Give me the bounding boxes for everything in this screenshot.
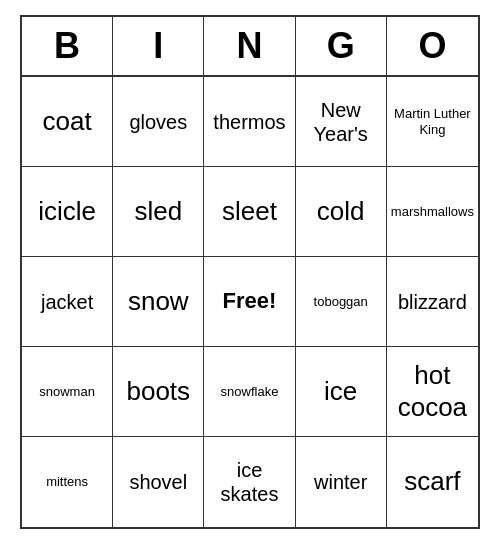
cell-r4-c0: mittens [22, 437, 113, 527]
cell-text: New Year's [300, 98, 382, 146]
cell-text: toboggan [314, 294, 368, 310]
cell-text: icicle [38, 196, 96, 227]
cell-r0-c2: thermos [204, 77, 295, 167]
header-letter: I [113, 17, 204, 75]
cell-r1-c3: cold [296, 167, 387, 257]
cell-r0-c4: Martin Luther King [387, 77, 478, 167]
cell-r0-c3: New Year's [296, 77, 387, 167]
cell-r1-c0: icicle [22, 167, 113, 257]
cell-r3-c4: hot cocoa [387, 347, 478, 437]
cell-r3-c3: ice [296, 347, 387, 437]
bingo-header: BINGO [22, 17, 478, 77]
cell-text: ice [324, 376, 357, 407]
header-letter: O [387, 17, 478, 75]
cell-text: snowflake [221, 384, 279, 400]
cell-r2-c1: snow [113, 257, 204, 347]
cell-text: sleet [222, 196, 277, 227]
cell-text: mittens [46, 474, 88, 490]
cell-text: ice skates [208, 458, 290, 506]
cell-text: winter [314, 470, 367, 494]
cell-r2-c0: jacket [22, 257, 113, 347]
cell-r2-c2: Free! [204, 257, 295, 347]
bingo-grid: coatglovesthermosNew Year'sMartin Luther… [22, 77, 478, 527]
cell-text: snowman [39, 384, 95, 400]
cell-text: scarf [404, 466, 460, 497]
cell-r0-c0: coat [22, 77, 113, 167]
cell-text: gloves [129, 110, 187, 134]
cell-r1-c2: sleet [204, 167, 295, 257]
cell-text: Martin Luther King [391, 106, 474, 137]
cell-r1-c1: sled [113, 167, 204, 257]
cell-r3-c0: snowman [22, 347, 113, 437]
cell-text: coat [43, 106, 92, 137]
cell-text: marshmallows [391, 204, 474, 220]
header-letter: N [204, 17, 295, 75]
cell-r2-c3: toboggan [296, 257, 387, 347]
cell-r3-c2: snowflake [204, 347, 295, 437]
cell-r3-c1: boots [113, 347, 204, 437]
cell-r4-c4: scarf [387, 437, 478, 527]
cell-text: jacket [41, 290, 93, 314]
cell-r1-c4: marshmallows [387, 167, 478, 257]
header-letter: G [296, 17, 387, 75]
cell-text: shovel [129, 470, 187, 494]
cell-r4-c2: ice skates [204, 437, 295, 527]
cell-text: blizzard [398, 290, 467, 314]
header-letter: B [22, 17, 113, 75]
cell-r2-c4: blizzard [387, 257, 478, 347]
cell-text: thermos [213, 110, 285, 134]
cell-text: sled [134, 196, 182, 227]
cell-text: boots [126, 376, 190, 407]
bingo-card: BINGO coatglovesthermosNew Year'sMartin … [20, 15, 480, 529]
cell-r4-c3: winter [296, 437, 387, 527]
cell-text: hot cocoa [391, 360, 474, 422]
cell-text: snow [128, 286, 189, 317]
cell-r4-c1: shovel [113, 437, 204, 527]
cell-text: Free! [223, 288, 277, 314]
cell-r0-c1: gloves [113, 77, 204, 167]
cell-text: cold [317, 196, 365, 227]
